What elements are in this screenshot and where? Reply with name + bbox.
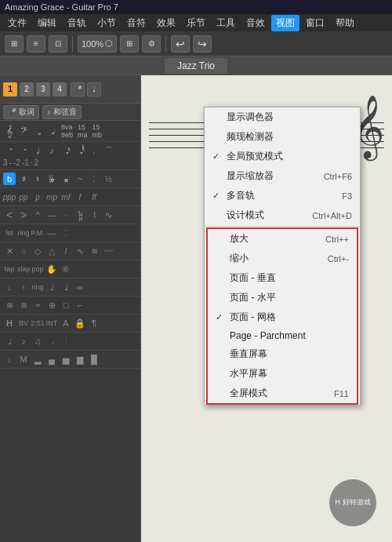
circle6-sym[interactable]: ⑥: [60, 263, 72, 275]
time-sym[interactable]: 2:51: [31, 317, 44, 329]
menu-vert-screen[interactable]: 垂直屏幕: [208, 344, 357, 364]
menu-help[interactable]: 帮助: [331, 15, 359, 31]
tie-note[interactable]: ⌒: [102, 144, 114, 157]
rest-half[interactable]: 𝄼: [17, 144, 30, 157]
clef-symbol[interactable]: 𝄞: [3, 125, 16, 137]
hand-sym[interactable]: ✋: [45, 263, 58, 275]
wave1[interactable]: ≋: [3, 299, 16, 311]
art-staccato[interactable]: ·: [60, 209, 72, 221]
zoom-control[interactable]: 100% ⬡: [78, 35, 117, 53]
menu-horiz-screen[interactable]: 水平屏幕: [208, 364, 357, 384]
wave-sym[interactable]: ∿: [74, 245, 86, 257]
accidental-flat[interactable]: b: [3, 173, 16, 185]
wave2[interactable]: ≋: [17, 299, 30, 311]
a-sym[interactable]: A: [60, 317, 72, 329]
note-16th[interactable]: 𝅘𝅥𝅯: [60, 144, 72, 157]
slash-sym[interactable]: /: [60, 245, 72, 257]
menu-multitrack[interactable]: ✓ 多音轨 F3: [205, 186, 360, 206]
toolbar-option[interactable]: ⚙: [142, 35, 161, 53]
circle-sym[interactable]: ○: [17, 245, 30, 257]
accidental-nat[interactable]: ♮: [31, 173, 44, 185]
toolbar-grid-view[interactable]: ⊞: [120, 35, 139, 53]
art-cresc[interactable]: <: [3, 209, 16, 221]
menu-page-grid[interactable]: ✓ 页面 - 网格: [208, 307, 357, 327]
dyn-mf[interactable]: mf: [60, 191, 72, 203]
note-32nd[interactable]: 𝅘𝅥𝅱: [74, 144, 86, 157]
track-num-3[interactable]: 3: [36, 82, 50, 96]
bar2[interactable]: ▄: [45, 353, 58, 366]
menu-tools[interactable]: 工具: [212, 15, 240, 31]
note-whole[interactable]: 𝅗: [31, 125, 44, 137]
menu-global-preview[interactable]: ✓ 全局预览模式: [205, 147, 360, 166]
arrow-down2[interactable]: ↓: [3, 353, 16, 366]
menu-note[interactable]: 音符: [122, 15, 151, 31]
bar4[interactable]: ▆: [74, 353, 86, 366]
menu-page-vert[interactable]: 页面 - 垂直: [208, 268, 357, 288]
int-sym[interactable]: INT: [45, 317, 58, 329]
menu-section[interactable]: 乐节: [182, 15, 210, 31]
art-vib[interactable]: ∿: [102, 209, 114, 221]
menu-show-zoom[interactable]: 显示缩放器 Ctrl+F6: [205, 166, 360, 186]
b-note[interactable]: ♩: [3, 335, 16, 347]
menu-zoom-in[interactable]: 放大 Ctrl++: [208, 229, 357, 249]
bar1[interactable]: ▂: [31, 353, 44, 366]
menu-page-horiz[interactable]: 页面 - 水平: [208, 288, 357, 307]
tap-sym[interactable]: tap: [3, 263, 16, 275]
p-sym[interactable]: ¶: [88, 317, 100, 329]
menu-sound[interactable]: 音效: [241, 15, 270, 31]
dyn-p[interactable]: p: [31, 191, 44, 203]
let-ring[interactable]: let: [3, 227, 16, 239]
menu-measure[interactable]: 小节: [93, 15, 121, 31]
a-note[interactable]: ♫: [31, 335, 44, 347]
ring-sym[interactable]: ring: [17, 227, 30, 239]
menu-window[interactable]: 窗口: [301, 15, 329, 31]
rest-whole[interactable]: 𝄻: [3, 144, 16, 157]
infinity-sym[interactable]: ∞: [74, 281, 86, 293]
d-note[interactable]: 𝅗: [45, 335, 58, 347]
track-icon-mic[interactable]: 🎤: [71, 82, 85, 96]
note-half[interactable]: 𝅘𝅥: [45, 125, 58, 137]
redo-button[interactable]: ↪: [193, 35, 212, 53]
m-sym[interactable]: M: [17, 353, 30, 366]
menu-file[interactable]: 文件: [3, 15, 31, 31]
down-arrow[interactable]: ↓: [3, 281, 16, 293]
dot-note[interactable]: .: [88, 144, 100, 157]
bar5[interactable]: █: [88, 353, 100, 366]
chord-button[interactable]: ♪ 和弦音: [42, 105, 82, 119]
e-note[interactable]: ♪: [17, 335, 30, 347]
note-dash[interactable]: —: [45, 227, 58, 239]
toolbar-view-btn[interactable]: ≡: [27, 35, 45, 53]
dyn-ff[interactable]: ff: [88, 191, 100, 203]
dyn-pp[interactable]: pp: [17, 191, 30, 203]
menu-effect[interactable]: 效果: [152, 15, 180, 31]
track-num-2[interactable]: 2: [20, 82, 34, 96]
track-num-1[interactable]: 1: [3, 82, 17, 96]
bar3[interactable]: ▅: [60, 353, 72, 366]
pm-sym[interactable]: P.M.: [31, 227, 44, 239]
tilde-sym[interactable]: ≋: [88, 245, 100, 257]
art-gliss[interactable]: ⌇: [88, 209, 100, 221]
note-sym-dots[interactable]: ⁚: [88, 173, 100, 185]
menu-view[interactable]: 视图: [271, 15, 299, 31]
dyn-mp[interactable]: mp: [45, 191, 58, 203]
dyn-ppp[interactable]: ppp: [3, 191, 16, 203]
note-sym-wave[interactable]: ~: [74, 173, 86, 185]
triangle-sym[interactable]: △: [45, 245, 58, 257]
diamond-sym[interactable]: ◇: [31, 245, 44, 257]
note-sym-half[interactable]: ½: [102, 173, 114, 185]
note-eighth[interactable]: ♪: [45, 144, 58, 157]
active-tab[interactable]: Jazz Trio: [165, 58, 227, 74]
menu-track[interactable]: 音轨: [63, 15, 91, 31]
bv-sym[interactable]: BV: [17, 317, 30, 329]
capo-sym[interactable]: ⌐: [74, 299, 86, 311]
menu-show-mixer[interactable]: 显示调色器: [205, 107, 360, 127]
menu-design[interactable]: 设计模式 Ctrl+Alt+D: [205, 206, 360, 225]
note-q3[interactable]: ♩: [60, 281, 72, 293]
wave3[interactable]: ≈: [31, 299, 44, 311]
dyn-f[interactable]: f: [74, 191, 86, 203]
toolbar-page-btn[interactable]: ⊞: [5, 35, 24, 53]
g-note[interactable]: 𝅥: [60, 335, 72, 347]
track-icon-note[interactable]: ♩: [87, 82, 101, 96]
art-tenuto[interactable]: —: [45, 209, 58, 221]
accidental-dflat[interactable]: 𝄫: [45, 173, 58, 185]
